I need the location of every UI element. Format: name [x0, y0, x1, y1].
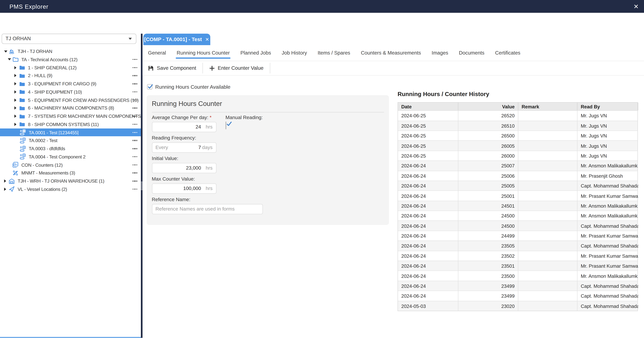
table-row[interactable]: 2024-06-2424501Mr. Ansmon Malikakallumk… [398, 201, 638, 211]
tab-general[interactable]: General [148, 45, 166, 61]
caret-right-icon[interactable] [14, 106, 19, 110]
row-menu-icon[interactable] [132, 59, 137, 60]
table-row[interactable]: 2024-06-2526500Mr. Jugs VN [398, 130, 638, 140]
average-change-per-day-input[interactable]: 24hrs [152, 122, 216, 132]
tab-job-history[interactable]: Job History [282, 45, 307, 61]
rhc-available-checkbox[interactable] [147, 84, 152, 90]
document-tab[interactable]: [COMP - TA.0001] - Test ✕ [143, 33, 210, 45]
row-menu-icon[interactable] [132, 124, 137, 125]
table-row[interactable]: 2024-06-2526005Mr. Jugs VN [398, 140, 638, 150]
table-row[interactable]: 2024-06-2424499Mr. Prasant Kumar Samwal [398, 231, 638, 241]
tab-items-spares[interactable]: Items / Spares [318, 45, 350, 61]
tab-images[interactable]: Images [432, 45, 448, 61]
tree-item[interactable]: MNMT - Measurements (3) [0, 169, 141, 177]
tree-item[interactable]: 4 - SHIP EQUIPMENT (10) [0, 88, 141, 96]
table-row[interactable]: 2024-06-2425005Capt. Mohammad Shahada… [398, 181, 638, 191]
table-row[interactable]: 2024-05-0323020Capt. Mohammad Shahada… [398, 301, 638, 311]
manual-reading-checkbox[interactable] [226, 122, 226, 129]
save-component-button[interactable]: Save Component [147, 65, 197, 71]
splitter-grip-icon[interactable] [141, 181, 142, 190]
enter-counter-value-button[interactable]: Enter Counter Value [208, 65, 264, 71]
caret-right-icon[interactable] [4, 179, 8, 183]
window-close-icon[interactable]: ✕ [634, 0, 639, 13]
table-row[interactable]: 2024-06-2425006Mr. Prasenjit Ghosh [398, 171, 638, 181]
tab-certificates[interactable]: Certificates [495, 45, 520, 61]
table-row[interactable]: 2024-06-2526510Mr. Jugs VN [398, 120, 638, 130]
row-menu-icon[interactable] [132, 116, 137, 117]
tree-item[interactable]: TA - Technical Accounts (12) [0, 55, 141, 63]
caret-right-icon[interactable] [14, 90, 19, 94]
reference-name-input[interactable]: Reference Names are used in forms [152, 204, 263, 214]
table-row[interactable]: 2024-06-2424500Mr. Ansmon Malikakallumk… [398, 211, 638, 221]
caret-right-icon[interactable] [14, 123, 19, 126]
sidebar-splitter[interactable] [141, 33, 142, 338]
table-row[interactable]: 2024-06-2423499Capt. Mohammad Shahada… [398, 291, 638, 301]
caret-right-icon[interactable] [14, 98, 19, 102]
tree-item[interactable]: TA.0002 - Test [0, 136, 141, 145]
tree-item[interactable]: TA.0001 - Test [1234455] [0, 128, 141, 136]
row-menu-icon[interactable] [132, 189, 137, 190]
tree-item[interactable]: 5 - EQUIPMENT FOR CREW AND PASSENGERS (1… [0, 96, 141, 104]
row-menu-icon[interactable] [132, 172, 137, 173]
tab-planned-jobs[interactable]: Planned Jobs [240, 45, 271, 61]
initial-value-input[interactable]: 23,000hrs [152, 163, 216, 173]
row-menu-icon[interactable] [132, 132, 137, 133]
input-unit: hrs [201, 186, 212, 191]
tree-item[interactable]: VL - Vessel Locations (2) [0, 185, 141, 193]
tab-documents[interactable]: Documents [459, 45, 484, 61]
header-cell-date[interactable]: Date [398, 103, 458, 110]
document-tab-close-icon[interactable]: ✕ [205, 36, 209, 42]
row-menu-icon[interactable] [132, 99, 137, 100]
tree-item[interactable]: TA.0003 - dfdfdfds [0, 145, 141, 153]
table-row[interactable]: 2024-06-2423501Mr. Prasant Kumar Samwal [398, 261, 638, 271]
caret-down-icon[interactable] [4, 50, 8, 52]
folder-icon [19, 81, 25, 87]
account-dropdown[interactable]: TJ ORHAN [2, 33, 136, 44]
header-cell-value[interactable]: Value [458, 103, 518, 110]
row-menu-icon[interactable] [132, 83, 137, 84]
caret-right-icon[interactable] [14, 82, 19, 85]
table-row[interactable]: 2024-06-2423502Mr. Prasant Kumar Samwal [398, 251, 638, 261]
table-row[interactable]: 2024-06-2425007Mr. Ansmon Malikakallumk… [398, 161, 638, 171]
caret-right-icon[interactable] [4, 188, 8, 191]
row-menu-icon[interactable] [132, 164, 137, 165]
table-row[interactable]: 2024-06-2425001Mr. Prasant Kumar Samwal [398, 191, 638, 201]
max-counter-value-input[interactable]: 100,000hrs [152, 183, 216, 194]
cell-date: 2024-06-25 [398, 141, 458, 150]
tree-item[interactable]: TA.0004 - Test Component 2 [0, 153, 141, 161]
tree-item[interactable]: 6 - MACHINERY MAIN COMPONENTS (8) [0, 104, 141, 112]
tree-item[interactable]: TJH - TJ ORHAN [0, 47, 141, 55]
header-cell-readby[interactable]: Read By [578, 103, 638, 110]
table-row[interactable]: 2024-06-2423500Mr. Ansmon Malikakallumk… [398, 271, 638, 281]
row-menu-icon[interactable] [132, 91, 137, 92]
caret-down-icon[interactable] [8, 58, 12, 60]
table-row[interactable]: 2024-06-2526000Mr. Jugs VN [398, 150, 638, 160]
tree-item[interactable]: 3 - EQUIPMENT FOR CARGO (9) [0, 80, 141, 88]
table-row[interactable]: 2024-06-2423499Capt. Mohammad Shahada… [398, 281, 638, 291]
header-cell-remark[interactable]: Remark [518, 103, 578, 110]
row-menu-icon[interactable] [132, 67, 137, 68]
caret-right-icon[interactable] [14, 66, 19, 69]
tree-item[interactable]: 1 - SHIP GENERAL (12) [0, 63, 141, 72]
caret-right-icon[interactable] [14, 74, 19, 77]
tree-item[interactable]: 2 - HULL (9) [0, 72, 141, 80]
table-row[interactable]: 2024-06-2424500Capt. Mohammad Shahada… [398, 221, 638, 231]
row-menu-icon[interactable] [132, 140, 137, 141]
table-row[interactable]: 2024-06-2423505Capt. Mohammad Shahada… [398, 241, 638, 251]
tree-item[interactable]: 8 - SHIP COMMON SYSTEMS (11) [0, 120, 141, 128]
caret-right-icon[interactable] [14, 115, 19, 118]
account-dropdown-value: TJ ORHAN [6, 36, 31, 41]
row-menu-icon[interactable] [132, 156, 137, 157]
row-menu-icon[interactable] [132, 148, 137, 149]
tab-running-hours-counter[interactable]: Running Hours Counter [177, 45, 230, 61]
tree-item[interactable]: 7 - SYSTEMS FOR MACHINERY MAIN COMPONENT… [0, 112, 141, 120]
sidebar-scrollbar[interactable] [0, 337, 141, 338]
table-row[interactable]: 2024-06-2526520Mr. Jugs VN [398, 111, 638, 120]
reading-frequency-input[interactable]: Every7days [152, 142, 216, 153]
tab-counters-measurements[interactable]: Counters & Measurements [361, 45, 421, 61]
row-menu-icon[interactable] [132, 107, 137, 108]
row-menu-icon[interactable] [132, 75, 137, 76]
row-menu-icon[interactable] [132, 181, 137, 182]
tree-item[interactable]: 9+CON - Counters (12) [0, 161, 141, 169]
tree-item[interactable]: TJH - WRH - TJ ORHAN WAREHOUSE (1) [0, 177, 141, 185]
